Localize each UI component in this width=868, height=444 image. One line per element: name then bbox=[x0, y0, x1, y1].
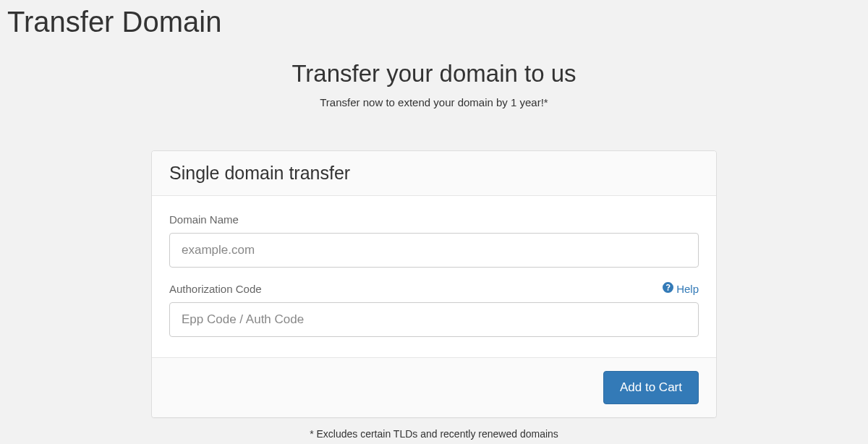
domain-name-input[interactable] bbox=[169, 233, 699, 268]
auth-code-group: Authorization Code Help bbox=[169, 282, 699, 337]
auth-code-label: Authorization Code bbox=[169, 283, 262, 295]
page-title: Transfer Domain bbox=[0, 0, 868, 40]
question-circle-icon bbox=[663, 282, 676, 295]
domain-name-group: Domain Name bbox=[169, 213, 699, 268]
card-header: Single domain transfer bbox=[152, 151, 716, 196]
add-to-cart-button[interactable]: Add to Cart bbox=[603, 371, 699, 404]
footnote: * Excludes certain TLDs and recently ren… bbox=[0, 428, 868, 440]
auth-code-input[interactable] bbox=[169, 302, 699, 337]
help-link[interactable]: Help bbox=[663, 282, 699, 295]
hero-subtitle: Transfer now to extend your domain by 1 … bbox=[0, 96, 868, 108]
help-link-label: Help bbox=[676, 283, 699, 295]
transfer-card: Single domain transfer Domain Name Autho… bbox=[151, 150, 717, 418]
card-body: Domain Name Authorization Code Help bbox=[152, 196, 716, 357]
domain-name-label: Domain Name bbox=[169, 213, 239, 226]
hero-title: Transfer your domain to us bbox=[0, 60, 868, 87]
card-footer: Add to Cart bbox=[152, 357, 716, 417]
